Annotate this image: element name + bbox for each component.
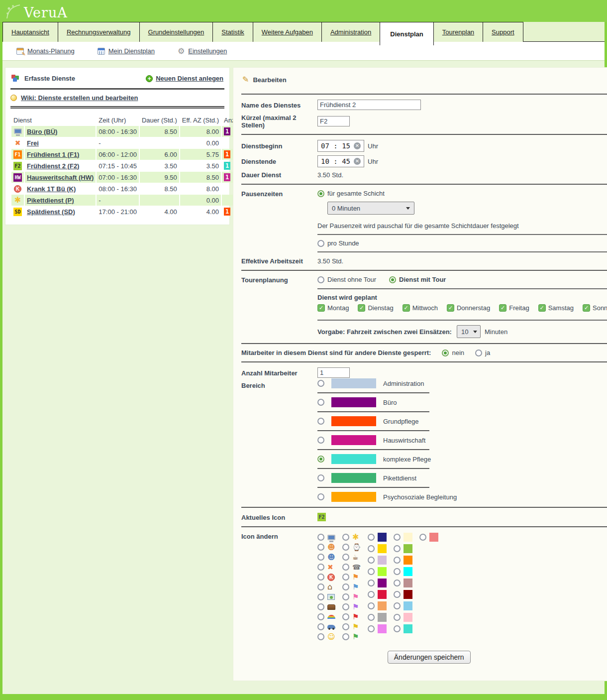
radio-gesperrt-nein[interactable] <box>442 350 449 356</box>
checkbox-donnerstag[interactable]: ✓ <box>447 304 454 312</box>
new-service-link-text[interactable]: Neuen Dienst anlegen <box>156 75 223 82</box>
service-link[interactable]: Spätdienst (SD) <box>27 208 75 216</box>
kuerzel-input[interactable] <box>317 116 350 126</box>
radio-color-choice[interactable] <box>368 580 375 586</box>
color-choice-bc8f8f[interactable] <box>394 578 412 587</box>
radio-color-choice[interactable] <box>368 568 375 575</box>
radio-color-choice[interactable] <box>368 591 375 598</box>
wiki-link-text[interactable]: Wiki: Dienste erstellen und bearbeiten <box>21 94 138 102</box>
radio-icon-choice[interactable] <box>342 623 349 630</box>
color-choice-00ffff[interactable] <box>394 567 412 576</box>
radio-bereich[interactable] <box>317 474 324 481</box>
checkbox-freitag[interactable]: ✓ <box>499 304 506 312</box>
tab-rechnungsverwaltung[interactable]: Rechnungsverwaltung <box>58 22 140 42</box>
checkbox-dienstag[interactable]: ✓ <box>358 304 365 312</box>
radio-color-choice[interactable] <box>394 614 401 621</box>
tab-support[interactable]: Support <box>483 22 523 42</box>
icon-choice-k-circle[interactable]: K <box>317 572 335 582</box>
radio-bereich[interactable] <box>317 493 324 500</box>
color-choice-f08080[interactable] <box>419 532 438 542</box>
radio-color-choice[interactable] <box>368 557 375 564</box>
radio-icon-choice[interactable] <box>317 633 324 640</box>
icon-choice-picture[interactable] <box>317 592 335 602</box>
color-choice-adff2f[interactable] <box>368 567 387 576</box>
icon-choice-house[interactable]: ⌂ <box>317 582 335 592</box>
tour-option-mit[interactable]: Dienst mit Tour <box>389 276 446 283</box>
weekday-samstag[interactable]: ✓Samstag <box>538 304 574 312</box>
tab-dienstplan[interactable]: Dienstplan <box>380 22 433 45</box>
bereich-option-komplexe-pflege[interactable]: komplexe Pflege <box>317 454 607 464</box>
bereich-option-grundpflege[interactable]: Grundpflege <box>317 416 607 426</box>
service-link[interactable]: Frühdienst 1 (F1) <box>27 151 79 158</box>
service-link[interactable]: Hausweritschaft (HW) <box>27 174 94 181</box>
pausen-minuten-select[interactable]: 0 Minuten <box>327 202 414 215</box>
radio-icon-choice[interactable] <box>317 554 324 561</box>
icon-choice-smiley[interactable]: ☺ <box>317 632 335 642</box>
checkbox-sonntag[interactable]: ✓ <box>583 304 590 312</box>
icon-choice-computer[interactable] <box>317 532 335 542</box>
radio-icon-choice[interactable] <box>342 603 349 610</box>
radio-icon-choice[interactable] <box>342 593 349 600</box>
color-choice-87ceeb[interactable] <box>394 601 412 610</box>
weekday-dienstag[interactable]: ✓Dienstag <box>358 304 393 312</box>
radio-color-choice[interactable] <box>368 625 375 632</box>
bereich-option-büro[interactable]: Büro <box>317 397 607 407</box>
radio-icon-choice[interactable] <box>317 534 324 541</box>
bereich-option-hauswirtschaft[interactable]: Hauswirtschaft <box>317 435 607 445</box>
dienstende-time-input[interactable]: 10 : 45 ✕ <box>317 155 364 167</box>
color-choice-d3bedc[interactable] <box>368 555 387 565</box>
fahrzeit-select[interactable]: 10 <box>457 325 481 338</box>
subnav-item-monats-planung[interactable]: Monats-Planung <box>16 47 75 55</box>
new-service-link[interactable]: + Neuen Dienst anlegen <box>146 75 223 82</box>
icon-choice-flag-purple[interactable]: ⚑ <box>342 602 361 612</box>
radio-color-choice[interactable] <box>394 557 401 564</box>
icon-choice-chest[interactable] <box>317 602 335 612</box>
radio-icon-choice[interactable] <box>342 554 349 561</box>
radio-bereich[interactable] <box>317 418 324 425</box>
icon-choice-flag-pink[interactable]: ⚑ <box>342 592 361 602</box>
checkbox-montag[interactable]: ✓ <box>317 304 325 312</box>
weekday-donnerstag[interactable]: ✓Donnerstag <box>447 304 490 312</box>
radio-icon-choice[interactable] <box>342 544 349 551</box>
radio-icon-choice[interactable] <box>317 574 324 581</box>
radio-color-choice[interactable] <box>394 545 401 552</box>
radio-icon-choice[interactable] <box>317 564 324 571</box>
icon-choice-car[interactable] <box>317 622 335 632</box>
service-link[interactable]: Büro (BÜ) <box>27 128 57 135</box>
service-link[interactable]: Frühdienst 2 (F2) <box>27 162 79 170</box>
wiki-link[interactable]: Wiki: Dienste erstellen und bearbeiten <box>10 94 224 102</box>
color-choice-40e0d0[interactable] <box>394 624 412 633</box>
color-choice-ff8c00[interactable] <box>394 555 412 565</box>
tour-option-ohne[interactable]: Dienst ohne Tour <box>317 276 376 283</box>
radio-color-choice[interactable] <box>368 614 375 621</box>
icon-choice-alarm-clock[interactable]: ⌚ <box>342 542 361 552</box>
radio-schicht[interactable] <box>317 190 324 197</box>
anzahl-input[interactable] <box>317 367 350 378</box>
gesperrt-option-ja[interactable]: ja <box>475 349 490 356</box>
radio-bereich[interactable] <box>317 380 324 387</box>
radio-icon-choice[interactable] <box>342 613 349 620</box>
gesperrt-option-nein[interactable]: nein <box>442 349 464 356</box>
dienstbeginn-time-input[interactable]: 07 : 15 ✕ <box>317 140 364 152</box>
radio-icon-choice[interactable] <box>317 623 324 630</box>
weekday-freitag[interactable]: ✓Freitag <box>499 304 529 312</box>
clear-time-icon[interactable]: ✕ <box>354 142 361 149</box>
icon-choice-flag-blue[interactable]: ⚑ <box>342 582 361 592</box>
radio-color-choice[interactable] <box>394 625 401 632</box>
tab-tourenplan[interactable]: Tourenplan <box>433 22 483 42</box>
bereich-option-administration[interactable]: Administration <box>317 378 607 388</box>
radio-icon-choice[interactable] <box>342 534 349 541</box>
radio-icon-choice[interactable] <box>317 544 324 551</box>
service-link[interactable]: Krank 1T Bü (K) <box>27 185 76 193</box>
radio-icon-choice[interactable] <box>342 583 349 590</box>
service-link[interactable]: Frei <box>27 139 39 147</box>
dienstende-value[interactable]: 10 : 45 <box>321 157 350 165</box>
icon-choice-flag-yellow[interactable]: ⚑ <box>342 622 361 632</box>
icon-choice-person-blue-clock[interactable]: ☻ <box>317 552 335 562</box>
tab-grundeinstellungen[interactable]: Grundeinstellungen <box>139 22 213 42</box>
radio-bereich[interactable] <box>317 399 324 406</box>
radio-bereich[interactable] <box>317 456 324 463</box>
radio-bereich[interactable] <box>317 437 324 444</box>
color-choice-8b0000[interactable] <box>394 589 412 599</box>
pausen-option-stunde[interactable]: pro Stunde <box>317 239 359 247</box>
